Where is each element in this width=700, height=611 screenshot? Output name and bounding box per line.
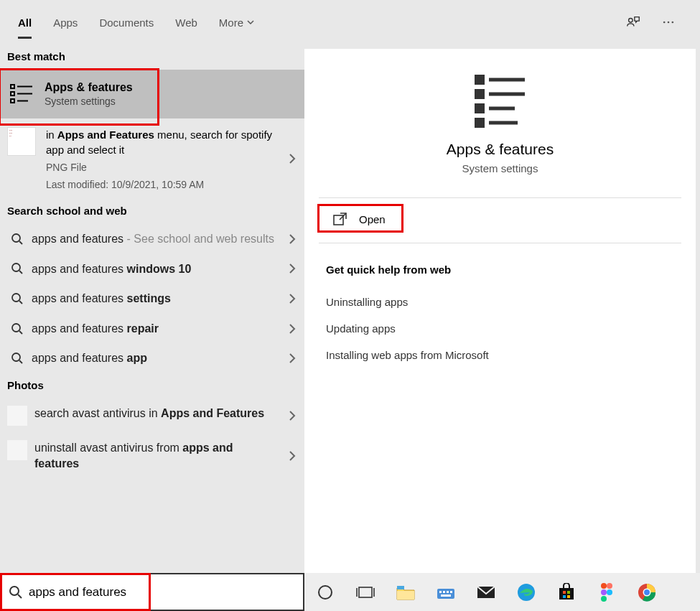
store-icon[interactable] (556, 582, 577, 603)
chevron-right-icon (289, 233, 296, 245)
svg-rect-37 (437, 589, 454, 599)
photo-result-text: search avast antivirus in Apps and Featu… (34, 406, 297, 421)
svg-line-30 (18, 594, 22, 598)
best-match-subtitle: System settings (45, 95, 133, 107)
svg-line-13 (19, 271, 22, 274)
svg-rect-47 (567, 591, 570, 594)
edge-icon[interactable] (515, 582, 537, 603)
svg-point-14 (12, 294, 20, 302)
svg-point-51 (607, 583, 612, 589)
chrome-icon[interactable] (636, 582, 658, 603)
svg-rect-24 (476, 105, 483, 112)
svg-point-2 (668, 22, 670, 24)
open-button[interactable]: Open (312, 202, 689, 235)
feedback-icon[interactable] (625, 14, 641, 30)
task-view-icon[interactable] (355, 582, 376, 603)
web-suggestion[interactable]: apps and features repair (0, 314, 304, 344)
svg-point-18 (12, 353, 20, 361)
help-link-updating[interactable]: Updating apps (326, 315, 674, 342)
svg-rect-20 (476, 76, 483, 83)
chevron-right-icon (289, 450, 296, 462)
svg-rect-32 (359, 587, 372, 597)
svg-rect-42 (441, 594, 451, 597)
help-header: Get quick help from web (326, 263, 674, 276)
tab-apps[interactable]: Apps (42, 4, 88, 42)
svg-rect-46 (563, 591, 566, 594)
svg-point-16 (12, 324, 20, 332)
divider (319, 197, 681, 198)
tab-all[interactable]: All (7, 4, 42, 42)
photo-thumbnail (7, 440, 27, 460)
chevron-right-icon (289, 293, 296, 304)
keyboard-icon[interactable] (435, 582, 457, 603)
svg-rect-41 (450, 591, 452, 593)
svg-point-1 (663, 22, 666, 24)
svg-rect-39 (443, 591, 445, 593)
web-suggestion[interactable]: apps and features app (0, 343, 304, 373)
best-match-result[interactable]: Apps & features System settings (0, 70, 304, 118)
chevron-right-icon (289, 263, 296, 274)
settings-list-icon (7, 80, 36, 108)
tab-web[interactable]: Web (164, 4, 208, 42)
photo-result[interactable]: search avast antivirus in Apps and Featu… (0, 398, 304, 433)
web-suggestion[interactable]: apps and features windows 10 (0, 254, 304, 284)
photo-result[interactable]: uninstall avast antivirus from apps and … (0, 433, 304, 480)
section-photos: Photos (0, 373, 304, 398)
suggestion-text: apps and features - See school and web r… (32, 231, 297, 247)
svg-rect-22 (476, 90, 483, 98)
search-icon (7, 262, 27, 275)
chevron-right-icon (289, 353, 296, 364)
svg-rect-40 (447, 591, 449, 593)
apps-features-large-icon (472, 70, 529, 128)
figma-icon[interactable] (596, 582, 617, 603)
result-preview-pane: Apps & features System settings Open Get… (304, 49, 696, 573)
chevron-right-icon (289, 323, 296, 335)
svg-rect-38 (439, 591, 442, 593)
chevron-down-icon (246, 18, 255, 27)
preview-title: Apps & features (447, 141, 554, 158)
search-input[interactable] (23, 585, 296, 600)
file-result-type: PNG File (46, 162, 276, 173)
svg-point-10 (12, 234, 20, 242)
section-best-match: Best match (0, 45, 304, 70)
svg-rect-8 (11, 99, 14, 103)
search-scope-tabs: All Apps Documents Web More (0, 0, 700, 45)
search-icon (7, 233, 27, 246)
svg-rect-48 (563, 595, 566, 598)
suggestion-text: apps and features settings (32, 291, 297, 307)
svg-rect-35 (397, 591, 414, 600)
suggestion-text: apps and features repair (32, 321, 297, 337)
preview-subtitle: System settings (462, 162, 538, 174)
svg-line-11 (19, 241, 22, 244)
file-result-title: in Apps and Features menu, search for sp… (46, 127, 276, 157)
cortana-icon[interactable] (314, 582, 336, 603)
file-result-modified: Last modified: 10/9/2021, 10:59 AM (46, 179, 276, 190)
svg-rect-26 (476, 119, 483, 126)
svg-line-17 (19, 331, 22, 334)
search-icon (7, 292, 27, 305)
search-bar[interactable] (0, 573, 304, 611)
tab-more[interactable]: More (208, 4, 266, 42)
svg-point-52 (601, 589, 607, 595)
suggestion-text: apps and features app (32, 350, 297, 366)
more-options-icon[interactable] (661, 15, 676, 29)
mail-icon[interactable] (475, 582, 497, 603)
taskbar (304, 573, 700, 611)
file-result[interactable]: ▪▪▪▪▪▪▪▪ in Apps and Features menu, sear… (0, 118, 304, 199)
best-match-title: Apps & features (45, 81, 133, 94)
tab-documents[interactable]: Documents (88, 4, 164, 42)
svg-point-12 (12, 263, 20, 271)
help-link-installing-web[interactable]: Installing web apps from Microsoft (326, 342, 674, 368)
svg-point-0 (629, 19, 633, 23)
help-link-uninstalling[interactable]: Uninstalling apps (326, 289, 674, 315)
search-icon (7, 322, 27, 335)
svg-rect-4 (11, 85, 14, 88)
web-suggestion[interactable]: apps and features - See school and web r… (0, 224, 304, 254)
file-explorer-icon[interactable] (395, 582, 416, 603)
file-thumbnail: ▪▪▪▪▪▪▪▪ (7, 127, 36, 156)
svg-rect-45 (559, 588, 574, 600)
svg-point-3 (672, 22, 674, 24)
chevron-right-icon (289, 410, 296, 421)
web-suggestion[interactable]: apps and features settings (0, 284, 304, 314)
svg-rect-49 (567, 595, 570, 598)
